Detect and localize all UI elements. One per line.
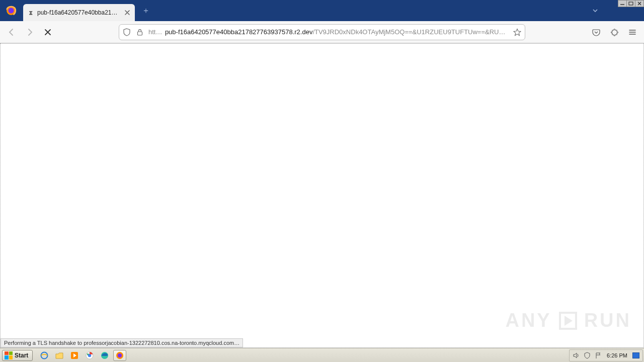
browser-toolbar: https:// pub-f16a6420577e40bba2178277639… (0, 21, 644, 43)
tray-shield-icon[interactable] (583, 351, 592, 360)
toolbar-right (589, 25, 640, 40)
firefox-logo-icon (5, 5, 17, 17)
svg-point-1 (9, 8, 14, 14)
system-tray: 6:26 PM (569, 349, 643, 361)
url-bar[interactable]: https:// pub-f16a6420577e40bba2178277639… (119, 24, 525, 40)
pocket-icon[interactable] (589, 25, 604, 40)
tray-clock[interactable]: 6:26 PM (605, 352, 629, 358)
svg-point-8 (88, 353, 91, 356)
window-minimize-button[interactable] (618, 0, 627, 7)
tabs-overflow-button[interactable] (592, 7, 599, 16)
watermark-left: ANY (505, 310, 551, 331)
svg-rect-3 (629, 2, 633, 5)
windows-logo-icon (5, 351, 13, 359)
shield-icon[interactable] (122, 28, 131, 37)
taskbar-media-icon[interactable] (68, 350, 81, 361)
svg-rect-4 (138, 32, 142, 35)
tray-show-desktop[interactable] (631, 351, 640, 360)
tab-close-button[interactable] (124, 9, 131, 16)
bookmark-star-icon[interactable] (513, 28, 522, 37)
url-path: /TV9JRD0xNDk4OTAyMjM5OQ==&U1RZUEU9TUFTUw… (312, 28, 509, 36)
browser-tab[interactable]: ⧗ pub-f16a6420577e40bba2178277… (23, 4, 135, 21)
status-bar: Performing a TLS handshake to professorj… (1, 338, 243, 347)
window-maximize-button[interactable] (626, 0, 635, 7)
url-scheme: https:// (148, 28, 165, 36)
page-content: ANY RUN Performing a TLS handshake to pr… (0, 43, 644, 348)
anyrun-watermark: ANY RUN (505, 310, 631, 331)
tab-title: pub-f16a6420577e40bba2178277… (37, 9, 121, 16)
url-host: pub-f16a6420577e40bba217827763937578.r2.… (165, 28, 313, 36)
watermark-right: RUN (584, 310, 631, 331)
taskbar-firefox-icon[interactable] (113, 350, 126, 361)
start-button[interactable]: Start (2, 350, 33, 361)
nav-forward-button[interactable] (22, 25, 37, 40)
svg-point-11 (118, 353, 122, 357)
status-text: Performing a TLS handshake to professorj… (4, 340, 239, 346)
extensions-icon[interactable] (607, 25, 622, 40)
taskbar-explorer-icon[interactable] (53, 350, 66, 361)
tray-flag-icon[interactable] (594, 351, 603, 360)
app-menu-button[interactable] (625, 25, 640, 40)
tab-loading-icon: ⧗ (27, 9, 34, 16)
taskbar-edge-icon[interactable] (98, 350, 111, 361)
windows-taskbar: Start 6:26 PM (0, 348, 644, 362)
taskbar-chrome-icon[interactable] (83, 350, 96, 361)
url-text[interactable]: https:// pub-f16a6420577e40bba2178277639… (148, 28, 509, 36)
new-tab-button[interactable]: ＋ (139, 4, 153, 18)
window-controls (618, 0, 644, 7)
start-label: Start (15, 352, 28, 359)
tray-volume-icon[interactable] (572, 351, 581, 360)
nav-stop-button[interactable] (40, 25, 55, 40)
play-icon (559, 312, 577, 330)
window-close-button[interactable] (635, 0, 644, 7)
taskbar-ie-icon[interactable] (38, 350, 51, 361)
svg-point-5 (41, 352, 48, 358)
nav-back-button[interactable] (4, 25, 19, 40)
lock-icon[interactable] (135, 28, 144, 37)
taskbar-pinned (38, 350, 126, 361)
browser-titlebar: ⧗ pub-f16a6420577e40bba2178277… ＋ (0, 0, 644, 21)
